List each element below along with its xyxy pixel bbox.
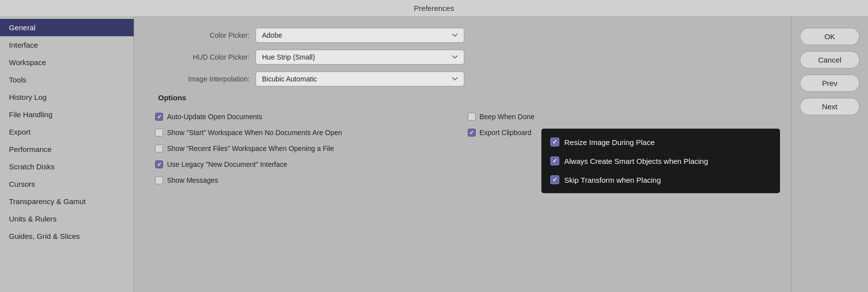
hud-color-picker-label: HUD Color Picker: [150, 53, 250, 61]
option-show-messages[interactable]: Show Messages [150, 172, 463, 188]
option-beep-when-done-label: Beep When Done [480, 113, 535, 121]
sidebar-item-transparency-gamut[interactable]: Transparency & Gamut [0, 193, 134, 210]
option-show-messages-label: Show Messages [167, 176, 218, 184]
checkbox-show-messages[interactable] [155, 176, 163, 184]
option-beep-when-done[interactable]: Beep When Done [463, 109, 776, 125]
option-auto-update-label: Auto-Update Open Documents [167, 113, 262, 121]
color-picker-select[interactable]: AdobeWindowsApple [256, 28, 464, 43]
option-export-clipboard-label: Export Clipboard [480, 129, 531, 137]
option-show-start-workspace[interactable]: Show "Start" Workspace When No Documents… [150, 125, 463, 141]
sidebar-item-history-log[interactable]: History Log [0, 88, 134, 106]
sidebar-item-scratch-disks[interactable]: Scratch Disks [0, 158, 134, 175]
cancel-button[interactable]: Cancel [800, 51, 860, 69]
tooltip-skip-transform-label: Skip Transform when Placing [564, 176, 661, 184]
tooltip-always-create-smart-label: Always Create Smart Objects when Placing [564, 157, 708, 165]
option-use-legacy-label: Use Legacy "New Document" Interface [167, 160, 287, 168]
checkbox-export-clipboard[interactable] [468, 129, 476, 137]
option-show-start-workspace-label: Show "Start" Workspace When No Documents… [167, 129, 342, 137]
right-buttons: OK Cancel Prev Next [791, 17, 868, 292]
prev-button[interactable]: Prev [800, 74, 860, 92]
sidebar-item-units-rulers[interactable]: Units & Rulers [0, 210, 134, 227]
checkbox-auto-update[interactable] [155, 113, 163, 121]
image-interpolation-select[interactable]: Bicubic AutomaticNearest NeighborBilinea… [256, 72, 464, 86]
checkbox-show-recent-files[interactable] [155, 145, 163, 152]
sidebar-item-file-handling[interactable]: File Handling [0, 106, 134, 123]
option-show-recent-files[interactable]: Show "Recent Files" Workspace When Openi… [150, 141, 463, 156]
tooltip-overlay: Resize Image During Place Always Create … [541, 129, 780, 193]
options-section-title: Options [158, 93, 775, 102]
tooltip-checkbox-resize-image[interactable] [550, 138, 559, 146]
checkbox-show-start-workspace[interactable] [155, 129, 163, 137]
tooltip-item-always-create-smart[interactable]: Always Create Smart Objects when Placing [541, 151, 780, 170]
tooltip-checkbox-skip-transform[interactable] [550, 175, 559, 184]
sidebar-item-general[interactable]: General [0, 19, 134, 36]
tooltip-item-skip-transform[interactable]: Skip Transform when Placing [541, 170, 780, 189]
content-area: Color Picker: AdobeWindowsApple HUD Colo… [134, 17, 791, 292]
sidebar-item-guides-grid-slices[interactable]: Guides, Grid & Slices [0, 227, 134, 245]
ok-button[interactable]: OK [800, 28, 860, 45]
tooltip-resize-image-label: Resize Image During Place [564, 138, 655, 146]
main-content: GeneralInterfaceWorkspaceToolsHistory Lo… [0, 17, 868, 292]
option-show-recent-files-label: Show "Recent Files" Workspace When Openi… [167, 145, 334, 152]
tooltip-item-resize-image[interactable]: Resize Image During Place [541, 133, 780, 151]
options-grid: Auto-Update Open Documents Show "Start" … [150, 109, 775, 188]
option-auto-update[interactable]: Auto-Update Open Documents [150, 109, 463, 125]
image-interpolation-row: Image Interpolation: Bicubic AutomaticNe… [150, 72, 775, 86]
image-interpolation-label: Image Interpolation: [150, 75, 250, 83]
sidebar-item-export[interactable]: Export [0, 123, 134, 141]
sidebar-item-cursors[interactable]: Cursors [0, 175, 134, 193]
color-picker-row: Color Picker: AdobeWindowsApple [150, 28, 775, 43]
sidebar: GeneralInterfaceWorkspaceToolsHistory Lo… [0, 17, 134, 292]
hud-color-picker-row: HUD Color Picker: Hue Strip (Small)Hue S… [150, 50, 775, 65]
title-bar: Preferences [0, 0, 868, 17]
checkbox-beep-when-done[interactable] [468, 113, 476, 121]
checkbox-use-legacy[interactable] [155, 160, 163, 168]
next-button[interactable]: Next [800, 98, 860, 115]
window-title: Preferences [414, 4, 454, 12]
sidebar-item-interface[interactable]: Interface [0, 36, 134, 54]
sidebar-item-workspace[interactable]: Workspace [0, 54, 134, 71]
color-picker-label: Color Picker: [150, 31, 250, 39]
option-use-legacy[interactable]: Use Legacy "New Document" Interface [150, 156, 463, 172]
hud-color-picker-select[interactable]: Hue Strip (Small)Hue Strip (Medium)Hue S… [256, 50, 464, 65]
sidebar-item-performance[interactable]: Performance [0, 141, 134, 158]
sidebar-item-tools[interactable]: Tools [0, 71, 134, 88]
tooltip-checkbox-always-create-smart[interactable] [550, 156, 559, 165]
